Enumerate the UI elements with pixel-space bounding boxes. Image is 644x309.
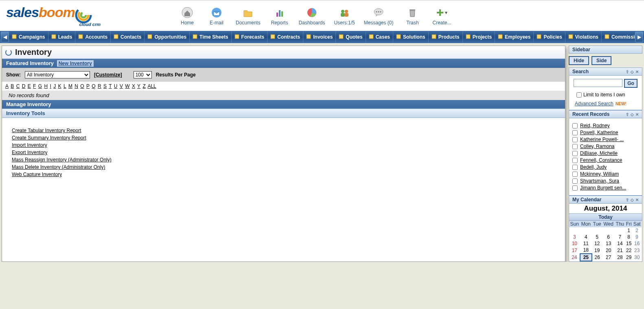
- diamond-icon[interactable]: ◇: [631, 70, 634, 74]
- cal-day[interactable]: 3: [569, 234, 580, 240]
- recent-checkbox[interactable]: [572, 144, 578, 149]
- topnav-users[interactable]: Users:1/5: [334, 6, 355, 26]
- cal-day[interactable]: 30: [632, 254, 642, 261]
- nav-item-accounts[interactable]: Accounts: [75, 31, 110, 43]
- cal-day[interactable]: 6: [602, 234, 615, 240]
- nav-item-violations[interactable]: Violations: [565, 31, 601, 43]
- topnav-reports[interactable]: Reports: [269, 6, 290, 26]
- cal-day[interactable]: 17: [569, 247, 580, 254]
- nav-scroll-right[interactable]: ▶: [635, 32, 643, 42]
- alpha-N[interactable]: N: [74, 83, 78, 89]
- diamond-icon[interactable]: ◇: [631, 198, 634, 202]
- diamond-icon[interactable]: ◇: [631, 112, 634, 117]
- cal-day[interactable]: 4: [580, 234, 592, 240]
- alpha-U[interactable]: U: [114, 83, 118, 89]
- nav-item-contracts[interactable]: Contracts: [267, 31, 303, 43]
- tool-link[interactable]: Create Summary Inventory Report: [12, 134, 562, 141]
- topnav-dashboards[interactable]: Dashboards: [299, 6, 325, 26]
- recent-link[interactable]: Mckinney, William: [580, 171, 619, 177]
- logo[interactable]: salesboom cloud crm: [0, 4, 104, 27]
- nav-item-contacts[interactable]: Contacts: [110, 31, 144, 43]
- cal-day[interactable]: 28: [615, 254, 625, 261]
- recent-checkbox[interactable]: [572, 172, 578, 177]
- topnav-messages[interactable]: Messages (0): [364, 6, 394, 26]
- recent-checkbox[interactable]: [572, 130, 578, 135]
- tool-link[interactable]: Import Inventory: [12, 141, 562, 149]
- cal-day[interactable]: 12: [592, 240, 602, 247]
- recent-link[interactable]: DiBiase, Michelle: [580, 150, 618, 156]
- cal-day[interactable]: 1: [625, 227, 633, 234]
- alpha-K[interactable]: K: [58, 83, 61, 89]
- alpha-I[interactable]: I: [50, 83, 51, 89]
- topnav-email[interactable]: E-mail: [206, 6, 227, 26]
- cal-day[interactable]: 16: [632, 240, 642, 247]
- tool-link[interactable]: Export Inventory: [12, 149, 562, 156]
- recent-checkbox[interactable]: [572, 137, 578, 142]
- recent-link[interactable]: Powell, Katherine: [580, 130, 618, 135]
- alpha-X[interactable]: X: [132, 83, 135, 89]
- alpha-E[interactable]: E: [28, 83, 31, 89]
- nav-item-commission-programs[interactable]: Commission Programs: [601, 31, 635, 43]
- alpha-C[interactable]: C: [16, 83, 20, 89]
- recent-link[interactable]: Shvartsman, Sura: [580, 178, 619, 184]
- cal-day[interactable]: 25: [580, 254, 592, 261]
- alpha-Q[interactable]: Q: [92, 83, 95, 89]
- close-icon[interactable]: ✕: [635, 112, 639, 117]
- nav-item-opportunities[interactable]: Opportunities: [144, 31, 189, 43]
- alpha-H[interactable]: H: [44, 83, 48, 89]
- limit-own-checkbox[interactable]: [576, 92, 582, 98]
- chevron-up-icon[interactable]: ⇧: [626, 112, 629, 117]
- customize-link[interactable]: [Customize]: [94, 72, 122, 78]
- topnav-trash[interactable]: Trash: [402, 6, 423, 26]
- cal-day[interactable]: 2: [632, 227, 642, 234]
- alpha-M[interactable]: M: [68, 83, 72, 89]
- nav-item-forecasts[interactable]: Forecasts: [231, 31, 267, 43]
- alpha-V[interactable]: V: [120, 83, 123, 89]
- chevron-up-icon[interactable]: ⇧: [626, 70, 629, 74]
- nav-item-cases[interactable]: Cases: [366, 31, 393, 43]
- nav-item-employees[interactable]: Employees: [495, 31, 533, 43]
- cal-day[interactable]: 14: [615, 240, 625, 247]
- cal-day[interactable]: 21: [615, 247, 625, 254]
- nav-item-policies[interactable]: Policies: [533, 31, 565, 43]
- recent-checkbox[interactable]: [572, 178, 578, 184]
- alpha-Z[interactable]: Z: [142, 83, 145, 89]
- cal-day[interactable]: 8: [625, 234, 633, 240]
- nav-item-projects[interactable]: Projects: [462, 31, 495, 43]
- alpha-A[interactable]: A: [5, 83, 9, 89]
- recent-link[interactable]: Reid, Rodney: [580, 123, 610, 128]
- chevron-up-icon[interactable]: ⇧: [626, 198, 629, 202]
- perpage-select[interactable]: 100: [134, 71, 152, 78]
- tool-link[interactable]: Mass Reassign Inventory (Administrator O…: [12, 156, 562, 163]
- cal-day[interactable]: 13: [602, 240, 615, 247]
- cal-day[interactable]: 5: [592, 234, 602, 240]
- cal-day[interactable]: 27: [602, 254, 615, 261]
- nav-item-products[interactable]: Products: [428, 31, 462, 43]
- recent-checkbox[interactable]: [572, 123, 578, 128]
- cal-day[interactable]: 26: [592, 254, 602, 261]
- recent-checkbox[interactable]: [572, 151, 578, 156]
- cal-day[interactable]: 11: [580, 240, 592, 247]
- alpha-L[interactable]: L: [64, 83, 66, 89]
- close-icon[interactable]: ✕: [635, 198, 639, 202]
- alpha-F[interactable]: F: [33, 83, 36, 89]
- cal-day[interactable]: 22: [625, 247, 633, 254]
- recent-checkbox[interactable]: [572, 158, 578, 163]
- cal-day[interactable]: 15: [625, 240, 633, 247]
- close-icon[interactable]: ✕: [635, 70, 639, 74]
- alpha-S[interactable]: S: [103, 83, 107, 89]
- topnav-create[interactable]: ▾Create...: [432, 6, 452, 26]
- recent-checkbox[interactable]: [572, 185, 578, 191]
- nav-item-invoices[interactable]: Invoices: [303, 31, 335, 43]
- alpha-T[interactable]: T: [109, 83, 112, 89]
- nav-scroll-left[interactable]: ◀: [1, 32, 9, 42]
- tool-link[interactable]: Web Capture Inventory: [12, 171, 562, 178]
- alpha-D[interactable]: D: [22, 83, 26, 89]
- nav-item-time-sheets[interactable]: Time Sheets: [189, 31, 231, 43]
- topnav-documents[interactable]: Documents: [236, 6, 261, 26]
- recent-link[interactable]: Colley, Ramona: [580, 144, 614, 149]
- cal-day[interactable]: 24: [569, 254, 580, 261]
- alpha-B[interactable]: B: [11, 83, 14, 89]
- recent-checkbox[interactable]: [572, 165, 578, 170]
- new-inventory-link[interactable]: New Inventory: [57, 60, 94, 67]
